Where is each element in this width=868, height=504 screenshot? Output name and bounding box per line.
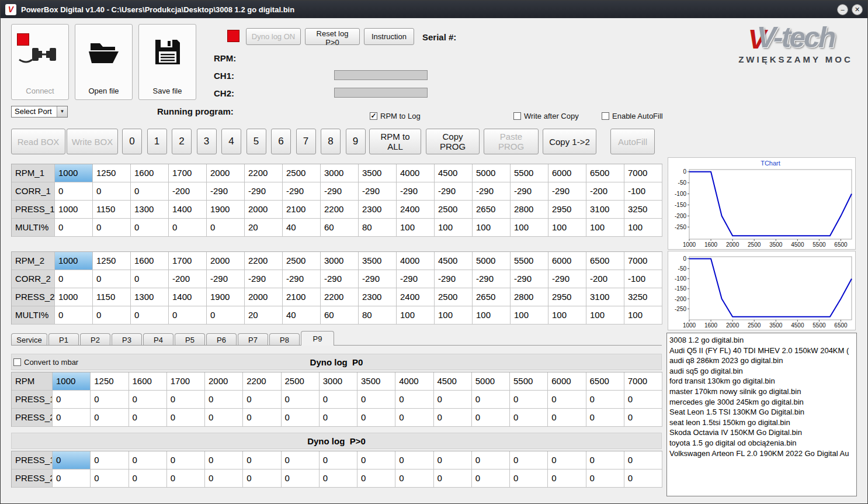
table-cell[interactable]: 0: [282, 470, 320, 488]
table-cell[interactable]: 0: [243, 470, 281, 488]
table-cell[interactable]: 0: [129, 451, 167, 470]
read-box-button[interactable]: Read BOX: [11, 129, 65, 154]
table-cell[interactable]: 0: [207, 219, 245, 237]
number-button-9[interactable]: 9: [346, 129, 366, 154]
number-button-1[interactable]: 1: [147, 129, 167, 154]
number-button-2[interactable]: 2: [172, 129, 192, 154]
table-cell[interactable]: 0: [55, 182, 93, 201]
number-button-8[interactable]: 8: [321, 129, 341, 154]
table-cell[interactable]: 2800: [511, 288, 548, 306]
table-cell[interactable]: 0: [586, 451, 624, 470]
table-cell[interactable]: -290: [359, 182, 397, 201]
table-cell[interactable]: 2500: [435, 201, 473, 219]
tab-p4[interactable]: P4: [143, 333, 173, 346]
table-cell[interactable]: 40: [283, 306, 321, 325]
tab-p7[interactable]: P7: [238, 333, 268, 346]
table-cell[interactable]: 2500: [283, 164, 321, 182]
table-cell[interactable]: 6500: [586, 252, 624, 270]
table-cell[interactable]: 0: [53, 470, 91, 488]
table-cell[interactable]: 0: [624, 451, 662, 470]
table-cell[interactable]: 1700: [169, 252, 207, 270]
table-cell[interactable]: 2200: [245, 164, 283, 182]
table-cell[interactable]: 100: [473, 219, 511, 237]
table-cell[interactable]: 2650: [473, 288, 511, 306]
table-cell[interactable]: 0: [320, 470, 357, 488]
checkbox-box[interactable]: [602, 112, 609, 120]
number-button-5[interactable]: 5: [246, 129, 266, 154]
table-cell[interactable]: 0: [55, 219, 93, 237]
table-cell[interactable]: -290: [473, 182, 511, 201]
table-cell[interactable]: 4500: [434, 372, 472, 391]
table-cell[interactable]: 5000: [473, 164, 511, 182]
table-cell[interactable]: 100: [586, 219, 624, 237]
tab-p3[interactable]: P3: [112, 333, 142, 346]
rpm-to-all-button[interactable]: RPM to ALL: [369, 129, 421, 154]
table-cell[interactable]: 2000: [245, 201, 283, 219]
table-cell[interactable]: -100: [624, 182, 662, 201]
table-cell[interactable]: 2650: [473, 201, 511, 219]
table-cell[interactable]: 0: [131, 306, 169, 325]
table-cell[interactable]: 1600: [129, 372, 167, 391]
table-cell[interactable]: 80: [359, 219, 397, 237]
tab-p6[interactable]: P6: [206, 333, 237, 346]
table-cell[interactable]: 0: [169, 306, 207, 325]
table-cell[interactable]: 6000: [548, 252, 586, 270]
table-cell[interactable]: 7000: [624, 252, 662, 270]
number-button-0[interactable]: 0: [122, 129, 142, 154]
table-cell[interactable]: 2000: [245, 288, 283, 306]
checkbox-box[interactable]: [13, 358, 21, 366]
table-cell[interactable]: 0: [93, 219, 131, 237]
table-cell[interactable]: 0: [169, 219, 207, 237]
copy-1-to-2-button[interactable]: Copy 1->2: [543, 129, 596, 154]
table-cell[interactable]: 60: [321, 219, 359, 237]
file-list-item[interactable]: mercedes gle 300d 245km go digital.bin: [669, 397, 854, 408]
table-cell[interactable]: 100: [473, 306, 511, 325]
number-button-3[interactable]: 3: [197, 129, 217, 154]
table-cell[interactable]: 0: [434, 470, 472, 488]
table-cell[interactable]: 2000: [205, 372, 243, 391]
write-after-copy-checkbox[interactable]: Write after Copy: [513, 112, 579, 120]
table-cell[interactable]: 3250: [624, 201, 662, 219]
table-cell[interactable]: 0: [282, 409, 320, 427]
table-cell[interactable]: 3000: [321, 164, 359, 182]
table-cell[interactable]: 0: [395, 391, 433, 409]
table-cell[interactable]: 0: [472, 409, 510, 427]
tab-p9[interactable]: P9: [301, 331, 334, 346]
table-cell[interactable]: 3100: [586, 201, 624, 219]
table-cell[interactable]: 0: [131, 219, 169, 237]
table-cell[interactable]: 5000: [472, 372, 510, 391]
table-cell[interactable]: 0: [320, 451, 357, 470]
table-cell[interactable]: 2000: [207, 252, 245, 270]
table-cell[interactable]: 0: [205, 451, 243, 470]
table-cell[interactable]: 1150: [93, 201, 131, 219]
open-file-button[interactable]: Open file: [75, 24, 133, 100]
table-cell[interactable]: 1900: [207, 201, 245, 219]
table-cell[interactable]: 0: [434, 451, 472, 470]
table-cell[interactable]: 0: [53, 391, 91, 409]
table-cell[interactable]: 4500: [435, 252, 473, 270]
table-cell[interactable]: 1000: [53, 372, 91, 391]
table-cell[interactable]: -290: [245, 182, 283, 201]
file-list-item[interactable]: toyota 1.5 go digital od obciążenia.bin: [669, 438, 854, 448]
table-cell[interactable]: 2100: [283, 201, 321, 219]
table-cell[interactable]: 1250: [91, 372, 129, 391]
table-cell[interactable]: 0: [624, 391, 662, 409]
rpm-to-log-checkbox[interactable]: RPM to Log: [370, 112, 421, 120]
table-cell[interactable]: 6500: [586, 372, 624, 391]
table-cell[interactable]: 2400: [397, 288, 435, 306]
table-cell[interactable]: 2200: [245, 252, 283, 270]
minimize-button[interactable]: –: [837, 4, 848, 15]
table-cell[interactable]: -290: [435, 270, 473, 288]
table-cell[interactable]: 4000: [397, 252, 435, 270]
table-cell[interactable]: 4000: [397, 164, 435, 182]
checkbox-box[interactable]: [370, 112, 377, 120]
table-cell[interactable]: -200: [586, 182, 624, 201]
table-cell[interactable]: -290: [207, 270, 245, 288]
table-cell[interactable]: 6000: [548, 372, 586, 391]
table-cell[interactable]: 1300: [131, 288, 169, 306]
table-cell[interactable]: 0: [91, 451, 129, 470]
file-list-item[interactable]: Skoda Octavia IV 150KM Go Digital.bin: [669, 427, 854, 438]
table-cell[interactable]: 0: [53, 451, 91, 470]
table-cell[interactable]: 2950: [548, 201, 586, 219]
table-cell[interactable]: 5000: [473, 252, 511, 270]
